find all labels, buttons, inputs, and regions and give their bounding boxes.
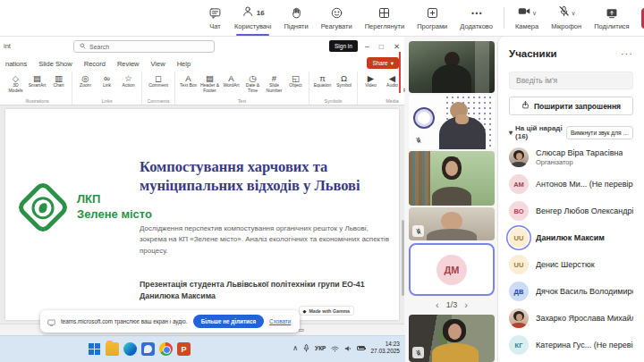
tray-chevron-icon[interactable]: ∧ <box>292 344 298 352</box>
participants-panel: Учасники ··· Поширити запрошення ▾ На ці… <box>497 37 644 362</box>
raise-hand-button[interactable]: Підняти <box>277 0 314 36</box>
video-tile-1[interactable] <box>409 41 495 93</box>
participant-row[interactable]: ДВ Дячок Василь Володимирович <box>498 278 644 305</box>
slide-title: Компостування харчових та муніципальних … <box>140 157 402 196</box>
in-meeting-section[interactable]: ▾ На цій нараді (16) <box>509 124 566 140</box>
participant-row[interactable]: АМ Антонов Ми... (Не перевірено) <box>498 171 644 198</box>
tab-animations[interactable]: nations <box>5 60 27 68</box>
ribbon-button-chart[interactable]: ▥Chart <box>48 73 69 88</box>
video-tile-2[interactable] <box>409 95 495 149</box>
taskbar-clock[interactable]: 14:23 27.03.2025 <box>370 341 400 356</box>
leave-button[interactable]: Вийти <box>641 8 644 29</box>
tab-slide-show[interactable]: Slide Show <box>38 60 72 68</box>
ribbon-button-video[interactable]: ▶Video <box>360 73 381 88</box>
logo-diamond-icon <box>15 180 71 235</box>
video-tile-3[interactable] <box>409 151 495 206</box>
video-tile-4[interactable] <box>409 207 495 240</box>
avatar: ВО <box>509 201 529 221</box>
ribbon-button-link[interactable]: ∞Link <box>97 73 117 88</box>
slide-body-text: Дослідження перспектив компостування орг… <box>140 223 390 257</box>
react-button[interactable]: Реагувати <box>315 0 359 36</box>
windows-start-icon[interactable] <box>88 342 101 356</box>
pagination-prev-icon[interactable]: ‹ <box>436 300 439 309</box>
ribbon-button-3d-models[interactable]: ◇3D Models <box>5 73 26 94</box>
participant-row[interactable]: Захарко Ярослава Михайлівна <box>498 305 644 332</box>
tab-help[interactable]: Help <box>177 60 191 68</box>
ribbon-button-slide-number[interactable]: #Slide Number <box>264 73 284 94</box>
mute-all-button[interactable]: Вимкнути звук для … <box>566 126 633 139</box>
chrome-browser-icon[interactable] <box>159 342 173 356</box>
participant-row[interactable]: UU Денис Шерстюк <box>498 251 644 278</box>
ribbon-button-zoom[interactable]: ◎Zoom <box>75 73 96 88</box>
blue-app-icon[interactable] <box>141 342 155 356</box>
more-button[interactable]: ⋯ Додатково <box>453 0 499 36</box>
avatar <box>509 308 529 328</box>
avatar: КГ <box>509 335 529 355</box>
powerpoint-app-icon[interactable]: P <box>177 342 191 356</box>
participant-count-badge: 16 <box>257 9 265 17</box>
file-explorer-icon[interactable] <box>106 342 119 356</box>
microphone-button[interactable]: ∨ Мікрофон <box>545 0 588 36</box>
system-tray[interactable]: ∧ УКР 14:23 27.03.2025 <box>292 340 400 356</box>
participant-row-active-speaker[interactable]: UU Данилюк Максим <box>498 224 644 251</box>
view-icon <box>377 6 391 21</box>
close-button[interactable]: ✕ <box>394 42 400 51</box>
ribbon-button-action[interactable]: ☆Action <box>118 73 139 88</box>
participant-search-input[interactable] <box>509 72 633 89</box>
ribbon-button-symbol[interactable]: ΩSymbol <box>334 73 354 88</box>
section-chevron-icon: ▾ <box>509 129 513 137</box>
participant-row[interactable]: ВО Венгер Любов Олександрівна <box>498 198 644 224</box>
ribbon-button-date-time[interactable]: ◷Date & Time <box>242 73 263 94</box>
participant-row[interactable]: КГ Катерина Гус... (Не перевірено) <box>498 332 644 358</box>
tab-record[interactable]: Record <box>84 60 106 68</box>
chat-button[interactable]: Чат <box>202 0 228 36</box>
camera-options-chevron-icon[interactable]: ∨ <box>532 10 537 17</box>
search-icon <box>80 43 86 50</box>
video-tile-5[interactable] <box>409 315 495 362</box>
video-strip: ДМ ‹ 1/3 › <box>405 37 497 362</box>
pagination-next-icon[interactable]: › <box>464 300 468 309</box>
sign-in-button[interactable]: Sign in <box>329 40 358 52</box>
chevron-down-icon: ▾ <box>391 60 394 67</box>
avatar: UU <box>509 228 529 248</box>
pagination-label: 1/3 <box>446 300 458 309</box>
meeting-toolbar: Чат 16 Користувачі Підняти Реагувати <box>0 0 644 37</box>
video-strip-scrollbar[interactable] <box>402 220 404 296</box>
volume-icon <box>344 340 352 356</box>
share-invite-button[interactable]: Поширити запрошення <box>509 97 633 115</box>
ribbon-button-text-box[interactable]: AText Box <box>178 73 199 88</box>
people-button[interactable]: 16 Користувачі <box>228 0 277 36</box>
share-screen-button[interactable]: Поділитися <box>588 0 635 36</box>
participant-row[interactable]: Слюсар Віра Тарасівна Організатор <box>498 144 644 171</box>
ppt-search-box[interactable]: Search <box>73 40 215 53</box>
ribbon-button-header-footer[interactable]: ▤Header & Footer <box>199 73 220 94</box>
ribbon-button-equation[interactable]: πEquation <box>312 73 333 88</box>
video-tile-dm-active-speaker[interactable]: ДМ <box>409 243 495 296</box>
ribbon-button-wordart[interactable]: AWordArt <box>221 73 242 88</box>
ribbon-button-object[interactable]: ◱Object <box>285 73 306 88</box>
react-icon <box>330 6 343 21</box>
tab-review[interactable]: Review <box>117 60 140 68</box>
view-button[interactable]: Переглянути <box>359 0 411 36</box>
camera-button[interactable]: ∨ Камера <box>509 0 545 36</box>
apps-button[interactable]: Програми <box>411 0 453 36</box>
avatar: UU <box>509 255 529 274</box>
ribbon-button-smartart[interactable]: ▤SmartArt <box>27 73 47 88</box>
keyboard-language-indicator[interactable]: УКР <box>315 345 326 351</box>
panel-more-icon[interactable]: ··· <box>621 51 633 56</box>
mic-muted-icon <box>557 4 571 21</box>
mic-options-chevron-icon[interactable]: ∨ <box>572 10 576 17</box>
maximize-button[interactable]: □ <box>379 42 384 51</box>
hide-notification-link[interactable]: Сховати <box>269 318 291 324</box>
slide-presenter-text: Презентація студента Львівської політехн… <box>140 279 395 302</box>
ppt-ribbon-tabs: nations Slide Show Record Review View He… <box>0 56 404 72</box>
edge-browser-icon[interactable] <box>123 342 137 356</box>
made-with-gamma-badge: ◆ Made with Gamma <box>299 306 354 316</box>
ppt-share-button[interactable]: Share▾ <box>367 57 399 69</box>
apps-icon <box>426 6 439 21</box>
stop-sharing-button[interactable]: Більше не ділитися <box>193 315 264 328</box>
avatar: АМ <box>509 174 529 194</box>
ribbon-button-comment[interactable]: ◻Comment <box>145 73 172 88</box>
tab-view[interactable]: View <box>151 60 165 68</box>
minimize-button[interactable]: – <box>365 42 369 51</box>
